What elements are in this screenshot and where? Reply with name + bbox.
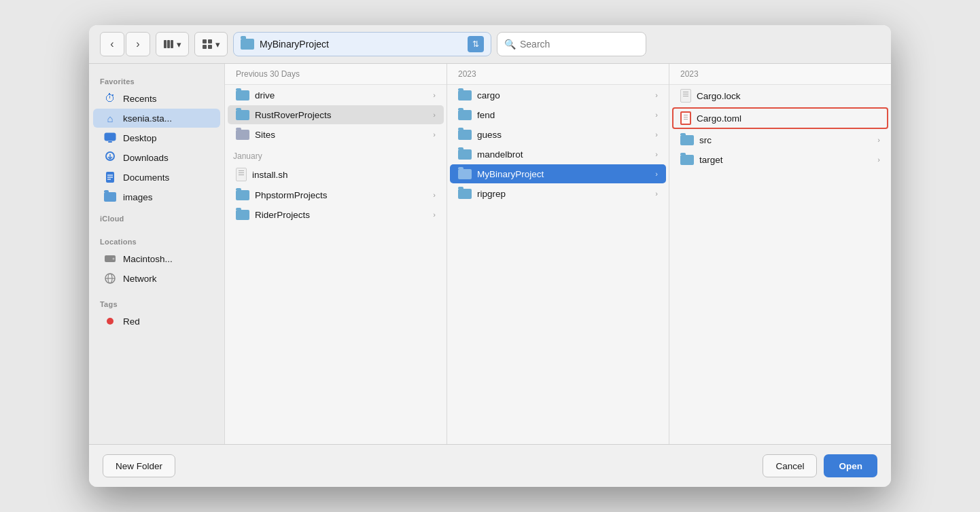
folder-icon [680, 155, 694, 165]
sidebar-item-recents[interactable]: ⏱ Recents [93, 89, 220, 108]
bottom-bar: New Folder Cancel Open [89, 444, 891, 487]
column-2-header: 2023 [447, 64, 669, 85]
list-item-selected[interactable]: MyBinaryProject › [450, 164, 666, 183]
list-item[interactable]: target › [672, 150, 888, 169]
list-item[interactable]: src › [672, 130, 888, 149]
list-item[interactable]: Sites › [228, 125, 444, 144]
sidebar-label-network: Network [123, 274, 157, 284]
locations-label: Locations [89, 232, 224, 249]
file-item-name: MyBinaryProject [477, 169, 650, 179]
folder-icon [458, 169, 472, 179]
column-view-button[interactable]: ▾ [156, 32, 189, 56]
hdd-icon [104, 253, 116, 265]
svg-rect-0 [164, 40, 167, 48]
file-item-name: PhpstormProjects [255, 190, 427, 200]
sidebar-item-documents[interactable]: Documents [93, 168, 220, 187]
columns-icon [163, 39, 174, 50]
folder-icon [236, 210, 249, 220]
sidebar-item-desktop[interactable]: Desktop [93, 128, 220, 147]
document-icon [104, 171, 116, 183]
folder-icon [104, 191, 116, 203]
list-item[interactable]: mandelbrot › [450, 145, 666, 164]
list-item[interactable]: guess › [450, 125, 666, 144]
section-label: January [225, 145, 447, 164]
main-area: Favorites ⏱ Recents ⌂ ksenia.sta... [89, 64, 891, 444]
grid-view-button[interactable]: ▾ [194, 32, 228, 56]
svg-rect-1 [167, 40, 170, 48]
folder-icon [680, 135, 694, 145]
globe-icon [104, 272, 116, 285]
path-bar[interactable]: MyBinaryProject ⇅ [233, 32, 491, 56]
path-folder-icon [241, 39, 254, 50]
grid-icon [202, 39, 213, 50]
list-item[interactable]: RiderProjects › [228, 205, 444, 224]
downloads-icon [104, 151, 116, 164]
tag-red-icon [104, 315, 116, 327]
sidebar-label-recents: Recents [123, 94, 157, 104]
column-1-header: Previous 30 Days [225, 64, 447, 85]
path-stepper[interactable]: ⇅ [468, 36, 484, 52]
file-icon [680, 111, 691, 125]
file-open-dialog: ‹ › ▾ ▾ MyBinaryProject ⇅ [89, 25, 891, 487]
column-2-items: cargo › fend › guess › [447, 85, 669, 444]
folder-icon [236, 190, 249, 200]
file-item-name: install.sh [252, 170, 436, 180]
new-folder-button[interactable]: New Folder [103, 454, 175, 477]
search-input[interactable] [520, 39, 639, 50]
file-item-name: target [699, 155, 872, 165]
svg-rect-7 [105, 133, 116, 141]
toolbar: ‹ › ▾ ▾ MyBinaryProject ⇅ [89, 25, 891, 64]
sidebar-item-home[interactable]: ⌂ ksenia.sta... [93, 109, 220, 128]
sidebar-item-downloads[interactable]: Downloads [93, 148, 220, 167]
folder-icon [458, 90, 472, 100]
list-item[interactable]: Cargo.lock [672, 86, 888, 106]
file-item-name: cargo [477, 90, 650, 100]
file-item-name: Cargo.lock [697, 91, 880, 101]
list-item[interactable]: drive › [228, 86, 444, 105]
folder-icon [236, 110, 249, 120]
column-3: 2023 Cargo.lock Cargo.toml src › [669, 64, 891, 444]
column-1: Previous 30 Days drive › RustRoverProjec… [225, 64, 447, 444]
icloud-label: iCloud [89, 209, 224, 225]
file-item-name: drive [255, 90, 427, 100]
sidebar-item-macintosh[interactable]: Macintosh... [93, 249, 220, 268]
column-2: 2023 cargo › fend › guess [447, 64, 669, 444]
sidebar-label-documents: Documents [123, 172, 169, 183]
file-item-name: RustRoverProjects [255, 110, 427, 120]
path-text: MyBinaryProject [260, 39, 462, 50]
sidebar-item-images[interactable]: images [93, 187, 220, 206]
sidebar-item-red[interactable]: Red [93, 312, 220, 331]
column-1-items: drive › RustRoverProjects › Sites › Janu… [225, 85, 447, 444]
cancel-button[interactable]: Cancel [763, 454, 817, 477]
svg-rect-3 [203, 39, 207, 43]
list-item[interactable]: cargo › [450, 86, 666, 105]
list-item[interactable]: ripgrep › [450, 184, 666, 203]
folder-icon [458, 130, 472, 140]
file-icon [236, 168, 247, 181]
file-item-name: ripgrep [477, 189, 650, 199]
search-icon: 🔍 [504, 39, 516, 50]
column-3-items: Cargo.lock Cargo.toml src › target [669, 85, 891, 444]
file-item-name: guess [477, 130, 650, 140]
folder-icon [236, 130, 249, 140]
list-item[interactable]: fend › [450, 105, 666, 124]
search-bar[interactable]: 🔍 [497, 32, 646, 56]
open-button[interactable]: Open [824, 454, 877, 477]
folder-icon [458, 189, 472, 199]
list-item[interactable]: install.sh [228, 164, 444, 185]
list-item-cargo-toml[interactable]: Cargo.toml [672, 107, 888, 129]
sidebar-label-images: images [123, 192, 153, 202]
forward-button[interactable]: › [126, 32, 150, 56]
dialog-actions: Cancel Open [763, 454, 877, 477]
sidebar-label-desktop: Desktop [123, 133, 157, 143]
file-item-name: Cargo.toml [697, 113, 880, 124]
list-item[interactable]: RustRoverProjects › [228, 105, 444, 124]
nav-buttons: ‹ › [100, 32, 150, 56]
svg-point-15 [113, 258, 115, 260]
svg-rect-6 [208, 45, 212, 49]
svg-rect-4 [208, 39, 212, 43]
sidebar-label-home: ksenia.sta... [123, 113, 172, 124]
sidebar-item-network[interactable]: Network [93, 269, 220, 288]
list-item[interactable]: PhpstormProjects › [228, 185, 444, 204]
back-button[interactable]: ‹ [100, 32, 124, 56]
